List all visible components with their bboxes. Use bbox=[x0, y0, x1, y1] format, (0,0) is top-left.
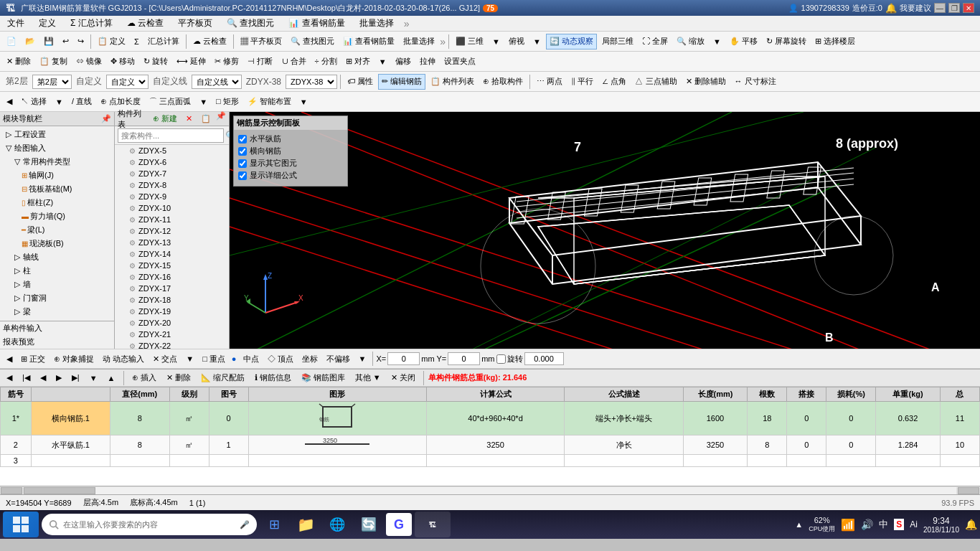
list-item[interactable]: ⚙ ZDYX-16 bbox=[115, 271, 229, 283]
taskbar-cpu-icon[interactable]: 62% CPU使用 bbox=[809, 516, 835, 533]
control-show-others[interactable]: 显示其它图元 bbox=[238, 157, 343, 169]
tb-new[interactable]: 📄 bbox=[3, 34, 20, 50]
taskbar-ai-label[interactable]: Ai bbox=[910, 519, 918, 529]
bell-icon[interactable]: 🔔 bbox=[885, 3, 897, 14]
list-item[interactable]: ⚙ ZDYX-12 bbox=[115, 225, 229, 237]
menu-total[interactable]: Σ 汇总计算 bbox=[66, 16, 117, 31]
tb-obj-snap[interactable]: ⊕ 对象捕捉 bbox=[50, 351, 98, 367]
list-item[interactable]: ⚙ ZDYX-7 bbox=[115, 168, 229, 179]
taskbar-app-file-explorer[interactable]: 📁 bbox=[291, 512, 320, 537]
taskbar-arrow-icon[interactable]: ▲ bbox=[795, 520, 803, 529]
tree-column[interactable]: ▯ 框柱(Z) bbox=[1, 196, 113, 209]
tb-local-3d[interactable]: 局部三维 bbox=[598, 34, 637, 50]
tb-dropdown8[interactable]: ▼ bbox=[182, 351, 197, 367]
tb-fullscreen[interactable]: ⛶ 全屏 bbox=[639, 34, 672, 50]
taskbar-ime[interactable]: 中 bbox=[879, 518, 888, 531]
tb-nav-left[interactable]: ◀ bbox=[3, 94, 16, 110]
tb-merge[interactable]: ∪ 合并 bbox=[278, 54, 310, 70]
tb-prop[interactable]: 🏷 属性 bbox=[344, 74, 377, 90]
tree-door-window[interactable]: ▷ 门窗洞 bbox=[1, 291, 113, 305]
tree-draw-input[interactable]: ▽ 绘图输入 bbox=[1, 141, 113, 155]
y-input[interactable] bbox=[448, 352, 480, 365]
control-hz-rebar[interactable]: 水平纵筋 bbox=[238, 133, 343, 145]
tb-find-elem[interactable]: 🔍 查找图元 bbox=[287, 34, 338, 50]
scroll-thumb[interactable] bbox=[24, 487, 95, 494]
menu-cloud[interactable]: ☁ 云检查 bbox=[123, 16, 168, 31]
tb-view-rebar[interactable]: 📊 查看钢筋量 bbox=[339, 34, 398, 50]
tb-orthogonal[interactable]: ⊞ 正交 bbox=[17, 351, 49, 367]
tb-first[interactable]: |◀ bbox=[19, 370, 34, 386]
scroll-right-btn[interactable] bbox=[958, 487, 979, 494]
tb-up[interactable]: ▲ bbox=[104, 370, 119, 386]
tb-del-aux[interactable]: ✕ 删除辅助 bbox=[682, 74, 730, 90]
tb-dropdown5[interactable]: ▼ bbox=[52, 94, 67, 110]
tb-undo[interactable]: ↩ bbox=[59, 34, 72, 50]
taskbar-app-g[interactable]: G bbox=[386, 513, 412, 536]
show-others-checkbox[interactable] bbox=[238, 159, 247, 168]
minimize-button[interactable]: — bbox=[934, 3, 946, 13]
cell-name[interactable]: 水平纵筋.1 bbox=[31, 435, 110, 455]
list-item[interactable]: ⚙ ZDYX-10 bbox=[115, 202, 229, 214]
tb-dropdown1[interactable]: ▼ bbox=[489, 34, 504, 50]
taskbar-search[interactable]: 在这里输入你要搜索的内容 🎤 bbox=[42, 514, 257, 535]
cell-name[interactable] bbox=[31, 455, 110, 467]
mic-icon[interactable]: 🎤 bbox=[240, 520, 250, 529]
taskbar-volume-icon[interactable]: 🔊 bbox=[861, 519, 873, 530]
tb-scale-rebar[interactable]: 📐 缩尺配筋 bbox=[197, 370, 248, 386]
list-item[interactable]: ⚙ ZDYX-17 bbox=[115, 283, 229, 294]
tb-rebar-lib[interactable]: 📚 钢筋图库 bbox=[298, 370, 349, 386]
canvas-area[interactable]: 7 8 (approx) A B 钢筋显示控制面板 水平纵筋 横向钢筋 显示其它… bbox=[230, 112, 980, 349]
tb-extend[interactable]: ⟷ 延伸 bbox=[173, 54, 209, 70]
list-item[interactable]: ⚙ ZDYX-8 bbox=[115, 179, 229, 191]
tb-rebar-info[interactable]: ℹ 钢筋信息 bbox=[251, 370, 295, 386]
tb-intersection[interactable]: ✕ 交点 bbox=[149, 351, 181, 367]
menu-view-rebar[interactable]: 📊 查看钢筋量 bbox=[284, 16, 349, 31]
tb-save[interactable]: 💾 bbox=[40, 34, 57, 50]
tb-copy[interactable]: 📋 复制 bbox=[36, 54, 71, 70]
tb-zoom[interactable]: 🔍 缩放 bbox=[673, 34, 708, 50]
tree-shearwall[interactable]: ▬ 剪力墙(Q) bbox=[1, 209, 113, 223]
tree-common-types[interactable]: ▽ 常用构件类型 bbox=[1, 155, 113, 169]
tb-dropdown3[interactable]: ▼ bbox=[710, 34, 725, 50]
tb-del-row[interactable]: ✕ 删除 bbox=[163, 370, 194, 386]
tb-dropdown7[interactable]: ▼ bbox=[296, 94, 311, 110]
del-comp-btn[interactable]: ✕ bbox=[182, 111, 196, 127]
rotate-checkbox[interactable] bbox=[496, 354, 506, 364]
tree-col[interactable]: ▷ 柱 bbox=[1, 264, 113, 278]
tb-three-arc[interactable]: ⌒ 三点面弧 bbox=[146, 94, 194, 110]
list-item[interactable]: ⚙ ZDYX-15 bbox=[115, 260, 229, 271]
tree-axisline[interactable]: ▷ 轴线 bbox=[1, 250, 113, 264]
tb-screen-rot[interactable]: ↻ 屏幕旋转 bbox=[763, 34, 810, 50]
hz-rebar-checkbox[interactable] bbox=[238, 135, 247, 143]
tb-toppt[interactable]: ◇ 顶点 bbox=[264, 351, 297, 367]
x-input[interactable] bbox=[387, 352, 420, 365]
tb-line[interactable]: / 直线 bbox=[68, 94, 95, 110]
list-item[interactable]: ⚙ ZDYX-5 bbox=[115, 145, 229, 156]
tb-insert[interactable]: ⊕ 插入 bbox=[128, 370, 160, 386]
show-detail-checkbox[interactable] bbox=[238, 171, 247, 180]
tb-dyn-input[interactable]: 动 动态输入 bbox=[99, 351, 148, 367]
tb-move[interactable]: ✥ 移动 bbox=[107, 54, 138, 70]
menu-batch[interactable]: 批量选择 bbox=[355, 16, 398, 31]
pin-icon[interactable]: 📌 bbox=[216, 111, 226, 127]
suggest-btn[interactable]: 我要建议 bbox=[900, 3, 931, 14]
tb-down[interactable]: ▼ bbox=[86, 370, 101, 386]
tb-define[interactable]: 📋 定义 bbox=[94, 34, 129, 50]
menu-find[interactable]: 🔍 查找图元 bbox=[222, 16, 278, 31]
tb-cloud-check[interactable]: ☁ 云检查 bbox=[189, 34, 230, 50]
tb-dropdown6[interactable]: ▼ bbox=[196, 94, 211, 110]
tb-3d[interactable]: ⬛ 三维 bbox=[452, 34, 487, 50]
taskbar-notif-icon[interactable]: 🔔 bbox=[965, 519, 977, 530]
tb-dim-mark[interactable]: ↔ 尺寸标注 bbox=[731, 74, 780, 90]
tb-align-board[interactable]: ▦ 平齐板页 bbox=[237, 34, 286, 50]
tree-liang[interactable]: ▷ 梁 bbox=[1, 305, 113, 319]
tb-batch-select[interactable]: 批量选择 bbox=[400, 34, 438, 50]
table-row[interactable]: 1* 横向钢筋.1 8 ㎡ 0 钢筋 40*d+960+40 bbox=[1, 402, 980, 435]
tb-nav-arrow[interactable]: ◀ bbox=[3, 351, 16, 367]
code-select[interactable]: ZDYX-38 bbox=[286, 75, 337, 89]
tree-slab[interactable]: ▦ 现浇板(B) bbox=[1, 237, 113, 250]
list-item[interactable]: ⚙ ZDYX-19 bbox=[115, 306, 229, 317]
tb-midpoint[interactable]: □ 重点 bbox=[199, 351, 229, 367]
tb-rotate[interactable]: ↻ 旋转 bbox=[140, 54, 171, 70]
tb-setpt[interactable]: 设置夹点 bbox=[440, 54, 479, 70]
